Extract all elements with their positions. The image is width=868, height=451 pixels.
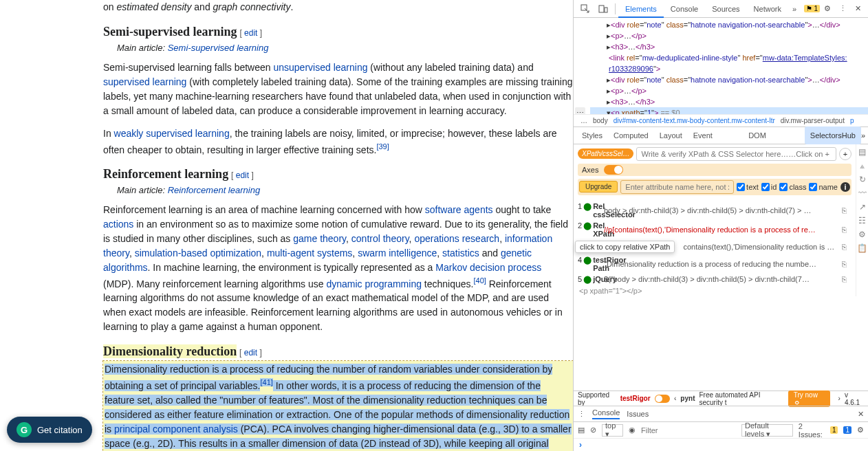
copy-icon[interactable]: ⎘ xyxy=(842,226,851,234)
action-icon[interactable]: ↗ xyxy=(859,202,866,212)
hatnote: Main article: Reinforcement learning xyxy=(103,184,573,197)
axes-toggle[interactable] xyxy=(604,165,623,175)
tab-elements[interactable]: Elements xyxy=(618,0,664,18)
elements-tree[interactable]: ⋯ ▸<div role="note" class="hatnote navig… xyxy=(574,18,868,114)
action-icon[interactable]: ⚙ xyxy=(858,230,866,239)
edit-link[interactable]: edit xyxy=(244,348,257,358)
gear-icon[interactable]: ⚙ xyxy=(820,4,835,13)
subtab-selectorshub[interactable]: SelectorsHub xyxy=(805,126,861,144)
selectorshub-panel: XPath/cssSel… + Axes Upgrade text id cla… xyxy=(574,144,856,201)
subtab-computed[interactable]: Computed xyxy=(608,126,654,144)
more-tabs-icon[interactable]: » xyxy=(788,5,801,13)
cb-class[interactable]: class xyxy=(779,183,806,191)
section-heading: Dimensionality reduction [ edit ] xyxy=(103,342,573,361)
device-icon[interactable] xyxy=(594,4,612,14)
filter-input[interactable] xyxy=(641,426,736,434)
edit-link[interactable]: edit xyxy=(244,28,257,38)
levels-select[interactable]: Default levels ▾ xyxy=(741,424,793,437)
try-now-button[interactable]: Try now ⭘ xyxy=(788,390,830,407)
paragraph: Semi-supervised learning falls between u… xyxy=(103,60,573,118)
subtab-styles[interactable]: Styles xyxy=(576,126,608,144)
result-row[interactable]: 2⬤Rel XPath//p[contains(text(),'Dimensio… xyxy=(574,220,856,239)
result-row[interactable]: click to copy relative XPathcontains(tex… xyxy=(574,239,856,254)
section-heading: Semi-supervised learning [ edit ] xyxy=(103,23,573,41)
action-icon[interactable]: 〰 xyxy=(858,188,867,198)
cb-id[interactable]: id xyxy=(761,183,777,191)
side-actions: ▤ ⟁ ↻ 〰 ↗ ☷ ⚙ 📋 xyxy=(856,144,868,296)
action-icon[interactable]: ↻ xyxy=(859,175,866,184)
action-icon[interactable]: ☷ xyxy=(858,216,866,226)
devtools-panel: Elements Console Sources Network » ⚑ 1 ⚙… xyxy=(573,0,868,451)
paragraph: on estimated density and graph connectiv… xyxy=(103,0,573,14)
action-icon[interactable]: ▤ xyxy=(858,147,866,157)
selector-results: 1⬤Rel cssSelectorbody > div:nth-child(3)… xyxy=(574,201,856,285)
action-icon[interactable]: ⟁ xyxy=(860,161,865,170)
reference[interactable]: [39] xyxy=(376,142,389,151)
xpath-input[interactable] xyxy=(636,147,836,161)
highlighted-paragraph: Dimensionality reduction is a process of… xyxy=(103,361,573,451)
result-row[interactable]: 5⬤jQuery$("body > div:nth-child(3) > div… xyxy=(574,274,856,285)
hatnote: Main article: Semi-supervised learning xyxy=(103,41,573,55)
result-row[interactable]: 4⬤testRigor Path"Dimensionality reductio… xyxy=(574,254,856,274)
svg-rect-1 xyxy=(599,6,604,12)
xpath-echo: <p xpath="1"></p> xyxy=(574,285,856,296)
paragraph: In weakly supervised learning, the train… xyxy=(103,126,573,157)
subtabs: Styles Computed Layout Event Listeners D… xyxy=(574,126,868,144)
attribute-input[interactable] xyxy=(620,180,734,194)
kebab-icon[interactable]: ⋮ xyxy=(578,410,585,419)
close-drawer-icon[interactable]: ✕ xyxy=(858,410,864,419)
hatnote-link[interactable]: Reinforcement learning xyxy=(168,185,260,195)
citation-icon: G xyxy=(17,422,32,437)
copy-icon[interactable]: ⎘ xyxy=(842,206,851,214)
subtab-layout[interactable]: Layout xyxy=(654,126,688,144)
upgrade-button[interactable]: Upgrade xyxy=(579,181,618,192)
clear-icon[interactable]: ⊘ xyxy=(590,426,596,434)
article-content: on estimated density and graph connectiv… xyxy=(0,0,573,451)
sponsor-bar: Supported by testRigor ‹ pynt Free autom… xyxy=(574,390,868,406)
devtools-tabs: Elements Console Sources Network » ⚑ 1 ⚙… xyxy=(574,0,868,18)
svg-rect-2 xyxy=(605,8,607,12)
warning-badge[interactable]: ⚑ 1 xyxy=(804,5,820,12)
sponsor-toggle[interactable] xyxy=(655,395,670,403)
tab-console[interactable]: Console xyxy=(664,0,705,18)
result-row[interactable]: 1⬤Rel cssSelectorbody > div:nth-child(3)… xyxy=(574,201,856,220)
info-icon[interactable]: i xyxy=(840,182,850,192)
inspect-icon[interactable] xyxy=(576,4,594,14)
add-icon[interactable]: + xyxy=(839,148,851,160)
sidebar-icon[interactable]: ▤ xyxy=(578,426,585,434)
tab-network[interactable]: Network xyxy=(747,0,788,18)
subtab-eventlisteners[interactable]: Event Listeners xyxy=(688,126,743,144)
drawer-tab-console[interactable]: Console xyxy=(592,408,620,419)
cb-text[interactable]: text xyxy=(737,183,759,191)
gear-icon[interactable]: ⚙ xyxy=(857,426,864,434)
xpath-badge[interactable]: XPath/cssSel… xyxy=(578,148,633,159)
drawer-tab-issues[interactable]: Issues xyxy=(627,410,649,418)
paragraph: Reinforcement learning is an area of mac… xyxy=(103,203,573,335)
cb-name[interactable]: name xyxy=(809,183,838,191)
breadcrumb-trail[interactable]: … body div#mw-content-text.mw-body-conte… xyxy=(574,114,868,126)
section-heading: Reinforcement learning [ edit ] xyxy=(103,165,573,184)
tab-sources[interactable]: Sources xyxy=(705,0,746,18)
eye-icon[interactable]: ◉ xyxy=(629,426,636,434)
prev-icon[interactable]: ‹ xyxy=(674,395,676,402)
subtab-dombreak[interactable]: DOM Breakpoints xyxy=(743,126,805,144)
close-icon[interactable]: ✕ xyxy=(851,4,865,13)
copy-icon[interactable]: ⎘ xyxy=(842,260,851,268)
hatnote-link[interactable]: Semi-supervised learning xyxy=(168,43,269,53)
action-icon[interactable]: 📋 xyxy=(857,243,867,253)
copy-icon[interactable]: ⎘ xyxy=(842,275,851,283)
console-toolbar: ▤ ⊘ top ▾ ◉ Default levels ▾ 2 Issues: 1… xyxy=(574,422,868,439)
collapse-handle[interactable]: ⋯ xyxy=(575,107,585,114)
next-icon[interactable]: › xyxy=(838,395,840,402)
console-prompt[interactable]: › xyxy=(574,439,868,451)
context-select[interactable]: top ▾ xyxy=(602,424,623,437)
kebab-icon[interactable]: ⋮ xyxy=(835,4,851,13)
more-icon[interactable]: » xyxy=(861,131,865,140)
drawer-tabs: ⋮ Console Issues ✕ xyxy=(574,406,868,422)
edit-link[interactable]: edit xyxy=(236,170,249,180)
get-citation-button[interactable]: G Get citation xyxy=(7,417,92,443)
